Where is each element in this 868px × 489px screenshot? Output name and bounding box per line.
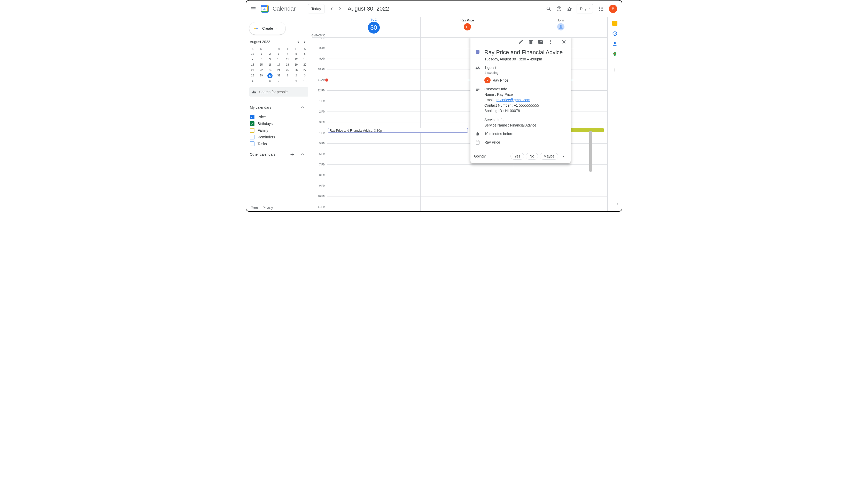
mini-day[interactable]: 23 xyxy=(266,68,274,72)
mini-day[interactable]: 3 xyxy=(301,73,309,78)
options-icon[interactable] xyxy=(546,38,555,46)
view-selector[interactable]: Day xyxy=(577,4,593,13)
time-slot[interactable] xyxy=(327,165,420,175)
rsvp-more-icon[interactable] xyxy=(560,153,567,160)
checkbox[interactable] xyxy=(250,135,254,139)
close-icon[interactable] xyxy=(559,38,568,46)
rsvp-yes-button[interactable]: Yes xyxy=(510,153,524,160)
google-apps-icon[interactable] xyxy=(596,4,606,14)
mini-day[interactable]: 5 xyxy=(257,79,266,84)
checkbox[interactable] xyxy=(250,141,254,146)
calendar-logo[interactable]: 30 Calendar xyxy=(259,4,296,14)
time-slot[interactable] xyxy=(421,175,514,186)
mini-day[interactable]: 2 xyxy=(266,52,274,56)
checkbox[interactable] xyxy=(250,115,254,119)
time-slot[interactable] xyxy=(514,165,607,175)
time-slot[interactable] xyxy=(327,175,420,186)
delete-event-icon[interactable] xyxy=(526,38,535,46)
contacts-icon[interactable] xyxy=(612,41,617,46)
mini-day[interactable]: 10 xyxy=(274,57,283,62)
mini-day[interactable]: 27 xyxy=(301,68,309,72)
time-slot[interactable] xyxy=(421,196,514,207)
mini-day[interactable]: 31 xyxy=(248,52,257,56)
mini-day[interactable]: 24 xyxy=(274,68,283,72)
account-avatar[interactable]: P xyxy=(609,5,617,13)
calendar-item[interactable]: Price xyxy=(248,113,309,120)
collapse-icon[interactable] xyxy=(297,102,308,112)
mini-day[interactable]: 19 xyxy=(292,62,301,67)
settings-icon[interactable] xyxy=(564,4,575,14)
edit-event-icon[interactable] xyxy=(517,38,526,46)
get-addons-icon[interactable] xyxy=(612,67,617,72)
mini-day[interactable]: 3 xyxy=(274,52,283,56)
mini-day[interactable]: 1 xyxy=(257,52,266,56)
mini-day[interactable]: 28 xyxy=(248,73,257,78)
mini-day[interactable]: 31 xyxy=(274,73,283,78)
checkbox[interactable] xyxy=(250,121,254,126)
search-icon[interactable] xyxy=(544,4,554,14)
mini-day[interactable]: 5 xyxy=(292,52,301,56)
day-number[interactable]: 30 xyxy=(368,22,380,34)
mini-day[interactable]: 18 xyxy=(283,62,292,67)
time-slot[interactable] xyxy=(514,175,607,186)
calendar-item[interactable]: Birthdays xyxy=(248,120,309,127)
mini-day[interactable]: 25 xyxy=(283,68,292,72)
email-link[interactable]: ray.price@gmail.com xyxy=(497,98,530,102)
checkbox[interactable] xyxy=(250,128,254,133)
maps-icon[interactable] xyxy=(612,52,617,57)
mini-day[interactable]: 30 xyxy=(268,73,273,78)
time-slot[interactable] xyxy=(514,196,607,207)
mini-day[interactable]: 20 xyxy=(301,62,309,67)
search-people-input[interactable] xyxy=(259,90,306,94)
time-slot[interactable] xyxy=(327,48,420,59)
time-slot[interactable] xyxy=(514,207,607,211)
mini-day[interactable]: 15 xyxy=(257,62,266,67)
time-slot[interactable] xyxy=(327,101,420,112)
time-slot[interactable] xyxy=(327,196,420,207)
scrollbar[interactable] xyxy=(589,58,592,211)
grid-column[interactable] xyxy=(327,38,420,211)
time-slot[interactable] xyxy=(514,186,607,196)
mini-day[interactable]: 8 xyxy=(257,57,266,62)
calendar-item[interactable]: Reminders xyxy=(248,134,309,140)
rsvp-maybe-button[interactable]: Maybe xyxy=(540,153,558,160)
hide-side-panel-icon[interactable] xyxy=(613,199,622,208)
person-avatar[interactable] xyxy=(557,23,564,30)
mini-day[interactable]: 12 xyxy=(292,57,301,62)
email-guests-icon[interactable] xyxy=(536,38,545,46)
mini-day[interactable]: 9 xyxy=(292,79,301,84)
mini-day[interactable]: 26 xyxy=(292,68,301,72)
event-chip[interactable]: Ray Price and Financial Advice, 3:30pm xyxy=(328,128,468,133)
mini-calendar[interactable]: SMTWTFS311234567891011121314151617181920… xyxy=(248,47,309,84)
mini-day[interactable]: 11 xyxy=(283,57,292,62)
mini-day[interactable]: 13 xyxy=(301,57,309,62)
add-calendar-icon[interactable] xyxy=(287,149,297,160)
privacy-link[interactable]: Privacy xyxy=(263,206,273,210)
time-slot[interactable] xyxy=(327,91,420,101)
person-avatar[interactable]: P xyxy=(464,23,471,30)
today-button[interactable]: Today xyxy=(308,4,324,13)
calendar-item[interactable]: Family xyxy=(248,127,309,134)
time-slot[interactable] xyxy=(327,69,420,80)
mini-day[interactable]: 8 xyxy=(283,79,292,84)
time-slot[interactable] xyxy=(327,207,420,211)
mini-day[interactable]: 2 xyxy=(292,73,301,78)
mini-next-icon[interactable] xyxy=(302,39,308,45)
time-slot[interactable] xyxy=(327,143,420,154)
calendar-item[interactable]: Tasks xyxy=(248,140,309,147)
mini-day[interactable]: 4 xyxy=(283,52,292,56)
mini-day[interactable]: 9 xyxy=(266,57,274,62)
mini-day[interactable]: 10 xyxy=(301,79,309,84)
next-day-icon[interactable] xyxy=(336,5,344,13)
time-slot[interactable] xyxy=(327,112,420,122)
mini-day[interactable]: 1 xyxy=(283,73,292,78)
mini-day[interactable]: 6 xyxy=(266,79,274,84)
main-menu-icon[interactable] xyxy=(248,4,258,14)
terms-link[interactable]: Terms xyxy=(251,206,259,210)
mini-day[interactable]: 6 xyxy=(301,52,309,56)
mini-day[interactable]: 17 xyxy=(274,62,283,67)
support-icon[interactable] xyxy=(554,4,564,14)
prev-day-icon[interactable] xyxy=(328,5,336,13)
time-slot[interactable] xyxy=(421,165,514,175)
time-slot[interactable] xyxy=(327,154,420,165)
